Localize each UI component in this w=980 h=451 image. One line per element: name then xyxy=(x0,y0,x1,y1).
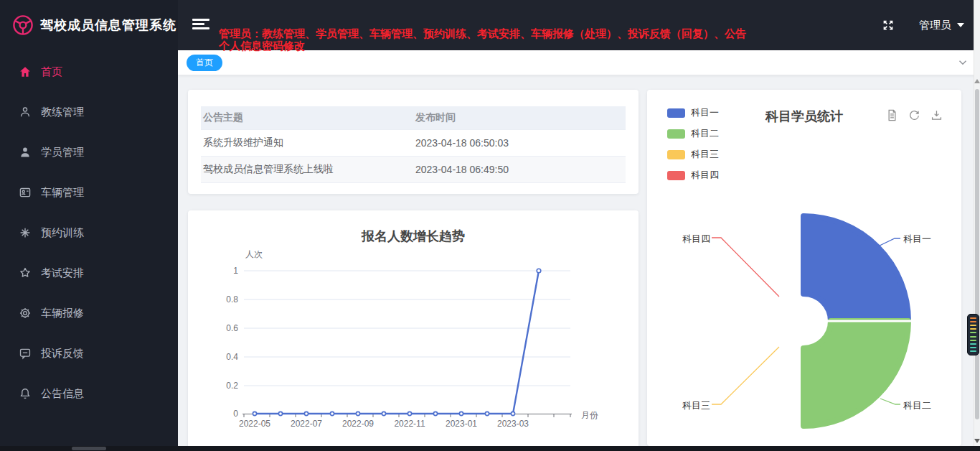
sidebar-item-notice[interactable]: 公告信息 xyxy=(0,373,178,414)
sidebar-item-label: 公告信息 xyxy=(41,387,84,401)
sidebar-item-label: 学员管理 xyxy=(41,146,84,159)
admin-notice-line1: 管理员：教练管理、学员管理、车辆管理、预约训练、考试安排、车辆报修（处理）、投诉… xyxy=(219,27,800,39)
home-icon xyxy=(19,65,32,78)
sidebar-item-coach[interactable]: 教练管理 xyxy=(0,92,178,132)
pie-slice-subject2[interactable] xyxy=(804,321,908,426)
label-line-subject4 xyxy=(712,238,779,297)
top-header: 管理员：教练管理、学员管理、车辆管理、预约训练、考试安排、车辆报修（处理）、投诉… xyxy=(178,0,980,50)
table-row: 驾校成员信息管理系统上线啦 2023-04-18 06:49:50 xyxy=(201,156,626,182)
table-row: 系统升级维护通知 2023-04-18 06:50:03 xyxy=(201,129,626,156)
user-dropdown[interactable]: 管理员 xyxy=(919,19,964,32)
logo-row: 驾校成员信息管理系统 xyxy=(0,0,178,50)
pie-label-subject2: 科目二 xyxy=(903,399,931,412)
sidebar-item-vehicle[interactable]: 车辆管理 xyxy=(0,172,178,213)
admin-notice: 管理员：教练管理、学员管理、车辆管理、预约训练、考试安排、车辆报修（处理）、投诉… xyxy=(219,27,800,52)
vehicle-icon xyxy=(19,186,32,199)
booking-icon xyxy=(19,226,32,239)
tab-home[interactable]: 首页 xyxy=(187,55,222,71)
menu-fold-button[interactable] xyxy=(192,19,209,32)
sidebar-item-label: 投诉反馈 xyxy=(41,347,84,361)
sidebar-item-label: 考试安排 xyxy=(41,266,84,280)
scroll-down-arrow[interactable] xyxy=(974,439,980,443)
column-header-time: 发布时间 xyxy=(413,106,626,129)
menu-fold-icon xyxy=(192,19,209,21)
student-icon xyxy=(19,146,32,159)
sidebar-item-repair[interactable]: 车辆报修 xyxy=(0,293,178,333)
sidebar-item-feedback[interactable]: 投诉反馈 xyxy=(0,333,178,373)
scroll-marker-widget xyxy=(967,314,979,355)
vertical-scrollbar xyxy=(974,0,980,446)
pie-label-subject4: 科目四 xyxy=(674,233,710,246)
caret-down-icon xyxy=(957,23,964,27)
chevron-down-icon[interactable] xyxy=(956,56,970,69)
steering-wheel-icon xyxy=(11,14,34,37)
app-title: 驾校成员信息管理系统 xyxy=(40,17,176,34)
feedback-icon xyxy=(19,347,32,360)
sidebar-item-label: 车辆报修 xyxy=(41,307,84,320)
header-right: 管理员 xyxy=(882,0,964,50)
menu-fold-icon xyxy=(192,23,204,25)
sidebar-item-label: 车辆管理 xyxy=(41,186,84,200)
sidebar-item-home[interactable]: 首页 xyxy=(0,52,178,92)
coach-icon xyxy=(19,106,32,118)
sidebar-item-label: 首页 xyxy=(41,65,62,79)
sidebar: 驾校成员信息管理系统 首页 教练管理 学员管理 车辆管理 预约训练 xyxy=(0,0,178,451)
sidebar-item-label: 预约训练 xyxy=(41,226,84,240)
pie-label-subject3: 科目三 xyxy=(674,399,710,412)
main-content: 公告主题 发布时间 系统升级维护通知 2023-04-18 06:50:03 驾… xyxy=(178,75,980,446)
sidebar-menu: 首页 教练管理 学员管理 车辆管理 预约训练 考试安排 xyxy=(0,52,178,414)
user-name: 管理员 xyxy=(919,19,951,32)
announcement-subject: 驾校成员信息管理系统上线啦 xyxy=(201,156,413,182)
announcement-card: 公告主题 发布时间 系统升级维护通知 2023-04-18 06:50:03 驾… xyxy=(188,90,639,194)
app-root: 驾校成员信息管理系统 首页 教练管理 学员管理 车辆管理 预约训练 xyxy=(0,0,980,451)
sidebar-item-student[interactable]: 学员管理 xyxy=(0,132,178,172)
menu-fold-icon xyxy=(192,27,209,29)
sidebar-item-exam[interactable]: 考试安排 xyxy=(0,253,178,293)
trend-chart-card: 报名人数增长趋势 人次 1 0.8 0.6 0.4 0.2 0 2022-05 … xyxy=(188,210,639,446)
announcement-time: 2023-04-18 06:49:50 xyxy=(413,156,626,182)
sidebar-item-booking[interactable]: 预约训练 xyxy=(0,213,178,253)
announcement-subject: 系统升级维护通知 xyxy=(201,129,413,156)
trend-data-points xyxy=(253,269,540,415)
notice-icon xyxy=(19,387,32,400)
trend-line-series xyxy=(255,271,539,414)
announcement-table: 公告主题 发布时间 系统升级维护通知 2023-04-18 06:50:03 驾… xyxy=(201,106,626,183)
scroll-up-arrow[interactable] xyxy=(974,79,980,83)
exam-icon xyxy=(19,266,32,279)
announcement-time: 2023-04-18 06:50:03 xyxy=(413,129,626,156)
pie-label-subject1: 科目一 xyxy=(903,233,931,246)
trend-chart-canvas[interactable] xyxy=(188,210,639,446)
pie-chart-canvas[interactable] xyxy=(647,90,961,446)
pie-chart-card: 科目学员统计 科目一 科目二 科目三 科目四 科目一 xyxy=(647,90,961,446)
fullscreen-icon[interactable] xyxy=(882,19,895,32)
sidebar-item-label: 教练管理 xyxy=(41,106,84,119)
label-line-subject3 xyxy=(712,347,779,404)
repair-icon xyxy=(19,307,32,320)
horizontal-scrollbar xyxy=(0,446,980,451)
label-line-subject2 xyxy=(880,399,900,404)
table-header-row: 公告主题 发布时间 xyxy=(201,106,626,129)
label-line-subject1 xyxy=(878,238,900,246)
column-header-subject: 公告主题 xyxy=(201,106,413,129)
horizontal-scrollbar-thumb[interactable] xyxy=(72,447,106,450)
vertical-scrollbar-thumb[interactable] xyxy=(975,89,979,419)
admin-notice-line2: 个人信息密码修改 xyxy=(219,39,800,52)
pie-slice-subject1[interactable] xyxy=(804,216,908,321)
tab-bar: 首页 xyxy=(178,50,980,75)
